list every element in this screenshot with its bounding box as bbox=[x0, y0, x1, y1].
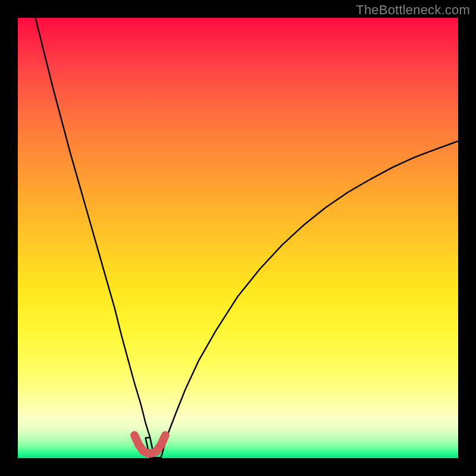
watermark-text: TheBottleneck.com bbox=[356, 2, 470, 18]
plot-area bbox=[18, 18, 458, 458]
chart-stage: TheBottleneck.com bbox=[0, 0, 476, 476]
curve-layer bbox=[18, 18, 458, 458]
bottleneck-curve bbox=[36, 18, 458, 458]
